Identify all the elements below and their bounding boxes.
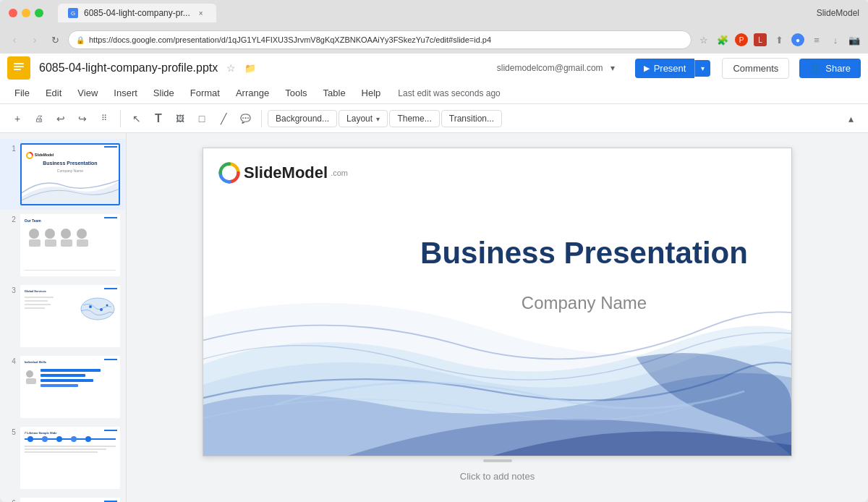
browser-frame: G 6085-04-light-company-pr... × SlideMod… [0, 0, 868, 502]
background-button[interactable]: Background... [268, 110, 337, 127]
extension-icon-6[interactable]: ≡ [810, 33, 823, 46]
share-icon: 👤 [809, 63, 821, 74]
redo-button[interactable]: ↪ [72, 109, 93, 129]
extension-icon-2[interactable]: P [735, 33, 748, 46]
doc-title-bar: 6085-04-light-company-profile.pptx ☆ 📁 s… [0, 54, 868, 82]
slide-title-area[interactable]: Business Presentation [406, 235, 762, 271]
toolbar-right: ▴ [841, 109, 861, 129]
slide-item-5[interactable]: 5 7 Lifetime Sample Slide [0, 422, 126, 493]
extension-icon-1[interactable]: 🧩 [716, 33, 729, 46]
url-text: https://docs.google.com/presentation/d/1… [89, 35, 491, 44]
zoom-in-button[interactable]: + [7, 109, 27, 129]
toolbar-group-zoom: + 🖨 ↩ ↪ ⠿ [7, 109, 114, 129]
undo-button[interactable]: ↩ [51, 109, 71, 129]
menu-format[interactable]: Format [183, 85, 227, 101]
main-slide-canvas[interactable]: SlideModel.com Business Presentation Com… [203, 148, 792, 456]
menu-edit[interactable]: Edit [38, 85, 69, 101]
notes-placeholder: Click to add notes [460, 471, 535, 482]
bookmark-icon[interactable]: ☆ [697, 33, 710, 46]
slide-number-5: 5 [6, 427, 16, 436]
close-window-button[interactable] [9, 9, 17, 17]
google-slides-logo [7, 56, 30, 80]
slide-subtitle-text: Company Name [406, 293, 762, 313]
svg-point-5 [81, 298, 114, 320]
minimize-window-button[interactable] [22, 9, 30, 17]
comment-button[interactable]: 💬 [235, 109, 255, 129]
slide-thumbnail-2: Our Team [20, 214, 120, 276]
extension-icon-3[interactable]: L [754, 33, 767, 46]
theme-button[interactable]: Theme... [389, 110, 439, 127]
menu-tools[interactable]: Tools [278, 85, 314, 101]
comments-button[interactable]: Comments [722, 58, 789, 79]
maximize-window-button[interactable] [35, 9, 43, 17]
menu-help[interactable]: Help [354, 85, 388, 101]
toolbar-separator-2 [261, 110, 262, 127]
menu-table[interactable]: Table [316, 85, 353, 101]
slide-thumbnail-4: Individual Skills [20, 356, 120, 418]
toolbar: + 🖨 ↩ ↪ ⠿ ↖ T 🖼 □ ╱ 💬 Background. [0, 104, 868, 133]
main-area: 1 SlideModel [0, 133, 868, 502]
tab-favicon: G [68, 8, 78, 18]
notes-area[interactable]: Click to add notes [141, 465, 854, 488]
menu-slide[interactable]: Slide [146, 85, 182, 101]
browser-tab[interactable]: G 6085-04-light-company-pr... × [58, 4, 216, 22]
menu-bar: File Edit View Insert Slide Format Arran… [0, 82, 868, 104]
select-tool-button[interactable]: ↖ [127, 109, 147, 129]
forward-button[interactable]: › [27, 33, 42, 47]
slide-panel: 1 SlideModel [0, 133, 127, 502]
slide-item-2[interactable]: 2 Our Team [0, 210, 126, 281]
extension-icon-5[interactable]: ● [791, 33, 804, 46]
doc-name: 6085-04-light-company-profile.pptx [39, 61, 218, 75]
menu-insert[interactable]: Insert [106, 85, 145, 101]
svg-point-7 [100, 308, 103, 311]
slide-logo: SlideModel.com [218, 161, 348, 184]
print-button[interactable]: 🖨 [29, 109, 49, 129]
image-insert-button[interactable]: 🖼 [170, 109, 190, 129]
shape-tool-button[interactable]: □ [192, 109, 212, 129]
star-button[interactable]: ☆ [226, 62, 236, 74]
extension-icon-4[interactable]: ⬆ [773, 33, 786, 46]
tab-close-button[interactable]: × [196, 8, 206, 18]
user-email: slidemodelcom@gmail.com [497, 63, 603, 73]
app-content: 6085-04-light-company-profile.pptx ☆ 📁 s… [0, 54, 868, 502]
slide-number-3: 3 [6, 285, 16, 294]
canvas-area[interactable]: SlideModel.com Business Presentation Com… [127, 133, 868, 502]
slides-header: 6085-04-light-company-profile.pptx ☆ 📁 s… [0, 54, 868, 133]
slidemodel-logo-icon [218, 161, 241, 184]
toolbar-group-slide: Background... Layout ▾ Theme... Transiti… [268, 110, 502, 127]
url-bar[interactable]: 🔒 https://docs.google.com/presentation/d… [68, 30, 692, 49]
menu-arrange[interactable]: Arrange [229, 85, 276, 101]
back-button[interactable]: ‹ [7, 33, 22, 47]
user-dropdown-arrow[interactable]: ▾ [610, 63, 615, 73]
present-button-group: ▶ Present ▾ [635, 59, 711, 78]
slide-item-1[interactable]: 1 SlideModel [0, 139, 126, 210]
folder-button[interactable]: 📁 [244, 63, 256, 74]
menu-view[interactable]: View [70, 85, 105, 101]
menu-file[interactable]: File [7, 85, 37, 101]
paint-format-button[interactable]: ⠿ [94, 109, 114, 129]
collapse-toolbar-button[interactable]: ▴ [841, 109, 861, 129]
share-button[interactable]: 👤 Share [799, 59, 861, 78]
transition-button[interactable]: Transition... [441, 110, 502, 127]
slide-item-4[interactable]: 4 Individual Skills [0, 352, 126, 422]
slidemodel-branding: SlideModel [817, 8, 859, 18]
extension-icon-7[interactable]: ↓ [829, 33, 842, 46]
present-button[interactable]: ▶ Present [635, 59, 695, 78]
line-tool-button[interactable]: ╱ [213, 109, 234, 129]
layout-button[interactable]: Layout ▾ [339, 110, 388, 127]
tab-bar: G 6085-04-light-company-pr... × [58, 4, 811, 22]
text-tool-button[interactable]: T [148, 109, 169, 129]
slide-item-3[interactable]: 3 Global Services [0, 281, 126, 352]
slide-item-6[interactable]: 6 3 Columns Sample Slide [0, 493, 126, 502]
toolbar-group-select: ↖ T 🖼 □ ╱ 💬 [127, 109, 255, 129]
reload-button[interactable]: ↻ [48, 33, 62, 47]
extension-icon-8[interactable]: 📷 [848, 33, 861, 46]
slide-number-4: 4 [6, 356, 16, 365]
svg-rect-2 [14, 66, 24, 67]
slide-thumbnail-5: 7 Lifetime Sample Slide [20, 427, 120, 489]
slide-title-text: Business Presentation [406, 235, 762, 271]
slide-thumbnail-1: SlideModel Business Presentation Company… [20, 143, 120, 205]
present-dropdown-button[interactable]: ▾ [694, 60, 710, 77]
logo-text: SlideModel [244, 163, 328, 182]
slide-subtitle-area[interactable]: Company Name [406, 293, 762, 313]
